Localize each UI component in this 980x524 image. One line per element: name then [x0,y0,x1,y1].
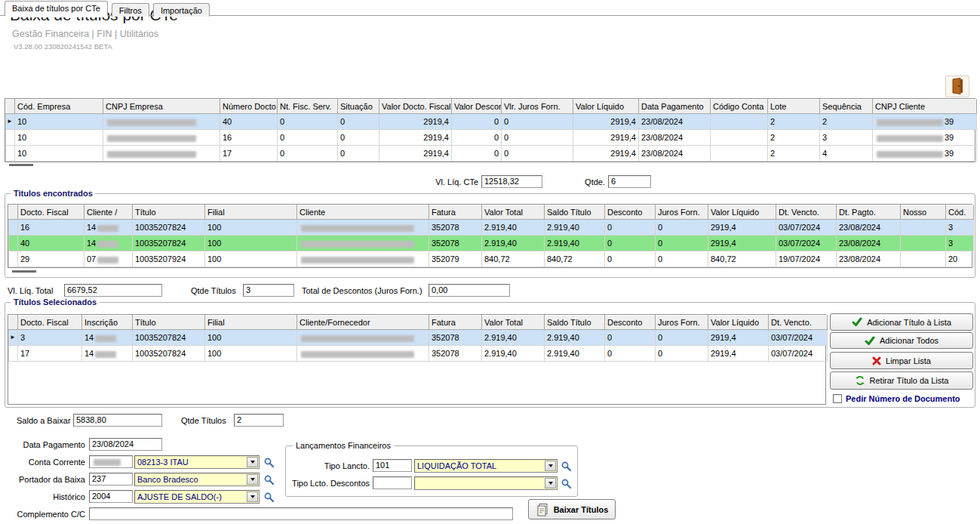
column-header[interactable]: Desconto [605,205,656,220]
column-header[interactable]: Vlr. Juros Forn. [502,100,573,114]
column-header[interactable]: Cliente [297,205,429,220]
column-header[interactable]: Fatura [429,205,482,220]
column-header[interactable]: Valor Docto. Fiscal [379,100,452,114]
table-row[interactable]: ► 10 40 0 0 2919,4 0 0 2919,4 23/08/2024… [6,114,977,130]
check-icon [865,336,875,346]
column-header[interactable]: Dt. Vencto. [769,316,828,330]
table-row[interactable]: ► 3 14 10035207824 100 352078 2.919,40 2… [9,330,828,346]
selector-header [9,316,18,330]
tipo-lancto-code-field[interactable]: 101 [373,459,412,472]
column-header[interactable]: Docto. Fiscal [18,316,82,330]
chevron-down-icon[interactable] [247,457,258,467]
column-header[interactable]: CNPJ Empresa [103,100,220,114]
tab-baixa-de-titulos[interactable]: Baixa de títulos por CTe [5,1,108,16]
column-header[interactable]: Filial [205,205,297,220]
column-header[interactable]: Valor Total [482,205,545,220]
vl-liq-cte-field[interactable]: 12518,32 [481,175,542,188]
column-header[interactable]: Docto. Fiscal [18,205,84,220]
qtde-selecionados-field[interactable]: 2 [234,414,284,427]
search-icon[interactable] [263,491,275,503]
table-row[interactable]: 10 17 0 0 2919,4 0 0 2919,4 23/08/2024 2… [6,146,977,162]
saldo-a-baixar-field[interactable]: 5838,80 [73,414,162,427]
portador-combo[interactable]: Banco Bradesco [134,473,260,486]
exit-button[interactable] [945,76,969,97]
baixar-titulos-button[interactable]: Baixar Títulos [528,499,616,519]
table-row[interactable]: 29 07 10035207924 100 352079 840,72 840,… [9,251,974,267]
column-header[interactable]: Sequência [820,100,873,114]
column-header[interactable]: Fatura [429,316,482,330]
add-title-button[interactable]: Adicionar Título à Lista [830,313,973,331]
column-header[interactable]: Juros Forn. [656,205,708,220]
column-header[interactable]: Inscrição [82,316,133,330]
column-header[interactable]: Valor Líquido [708,205,776,220]
column-header[interactable]: Lote [768,100,820,114]
chevron-down-icon[interactable] [545,478,556,489]
column-header[interactable]: Dt. Vencto. [776,205,837,220]
complemento-field[interactable] [89,507,513,520]
historico-code-field[interactable]: 2004 [89,490,133,503]
column-header[interactable]: Título [133,205,205,220]
vl-liq-total-field[interactable]: 6679,52 [64,284,162,297]
table-row[interactable]: 10 16 0 0 2919,4 0 0 2919,4 23/08/2024 2… [6,130,977,146]
column-header[interactable]: CNPJ Cliente [873,100,977,114]
conta-corrente-combo[interactable]: 08213-3 ITAU [134,455,260,469]
chevron-down-icon[interactable] [545,461,556,471]
column-header[interactable]: Nosso [901,205,946,220]
column-header[interactable]: Situação [338,100,379,114]
portador-code-field[interactable]: 237 [89,473,133,485]
column-header[interactable]: Valor Total [482,316,545,330]
search-icon[interactable] [263,473,275,485]
historico-combo[interactable]: AJUSTE DE SALDO(-) [134,490,260,504]
chevron-down-icon[interactable] [247,492,258,502]
total-descontos-field[interactable]: 0,00 [429,284,510,297]
column-header[interactable]: Cliente / [84,205,133,220]
tipo-lcto-descontos-code-field[interactable] [373,476,412,489]
column-header[interactable]: Data Pagamento [639,100,711,114]
clear-list-button[interactable]: Limpar Lista [830,352,973,369]
column-header[interactable]: Saldo Título [545,205,605,220]
column-header[interactable]: Cód. [946,205,974,220]
tab-importacao[interactable]: Importação [153,3,210,17]
column-header[interactable]: Cód. Empresa [15,100,103,114]
column-header[interactable]: Cliente/Fornecedor [297,316,429,330]
column-header[interactable]: Valor Líquido [573,100,639,114]
column-header[interactable]: Valor Líquido [708,316,769,330]
column-header[interactable]: Valor Desconto [452,100,502,114]
table-row[interactable]: 16 14 10035207824 100 352078 2.919,40 2.… [9,220,974,236]
hscrollbar-thumb[interactable] [12,270,36,273]
table-row[interactable]: 40 14 10035207824 100 352078 2.919,40 2.… [9,236,974,251]
column-header[interactable]: Filial [205,316,297,330]
column-header[interactable]: Nt. Fisc. Serv. [278,100,338,114]
tipo-lancto-combo[interactable]: LIQUIDAÇÃO TOTAL [414,459,558,473]
search-icon[interactable] [263,456,275,468]
column-header[interactable]: Título [133,316,205,330]
row-selector-cell [9,220,18,236]
data-pagamento-field[interactable]: 23/08/2024 [89,438,162,451]
cell: 100 [205,236,297,251]
cell-redacted: 07 [84,251,133,267]
qtde-titulos-field[interactable]: 3 [243,284,294,297]
cell: 2.919,40 [482,236,545,251]
column-header[interactable]: Código Conta [711,100,768,114]
column-header[interactable]: Desconto [605,316,656,330]
clear-list-label: Limpar Lista [886,356,931,365]
tab-bar: Baixa de títulos por CTe Filtros Importa… [0,0,980,16]
remove-title-button[interactable]: Retirar Título da Lista [830,371,973,390]
conta-corrente-code-field[interactable] [89,455,133,468]
hscrollbar-thumb[interactable] [9,164,33,166]
column-header[interactable]: Juros Forn. [656,316,708,330]
row-selector-cell [9,251,18,267]
chevron-down-icon[interactable] [247,474,258,485]
current-row-indicator: ► [9,330,18,346]
tab-filtros[interactable]: Filtros [112,3,149,17]
search-icon[interactable] [560,460,572,472]
add-all-button[interactable]: Adicionar Todos [830,332,973,349]
qtde-cte-field[interactable]: 6 [608,175,651,188]
column-header[interactable]: Número Docto. [220,100,278,114]
search-icon[interactable] [560,477,572,489]
pedir-numero-checkbox[interactable] [833,394,842,403]
tipo-lcto-descontos-combo[interactable] [414,476,558,490]
table-row[interactable]: 17 14 10035207824 100 352078 2.919,40 2.… [9,346,828,362]
column-header[interactable]: Saldo Título [545,316,605,330]
column-header[interactable]: Dt. Pagto. [837,205,901,220]
